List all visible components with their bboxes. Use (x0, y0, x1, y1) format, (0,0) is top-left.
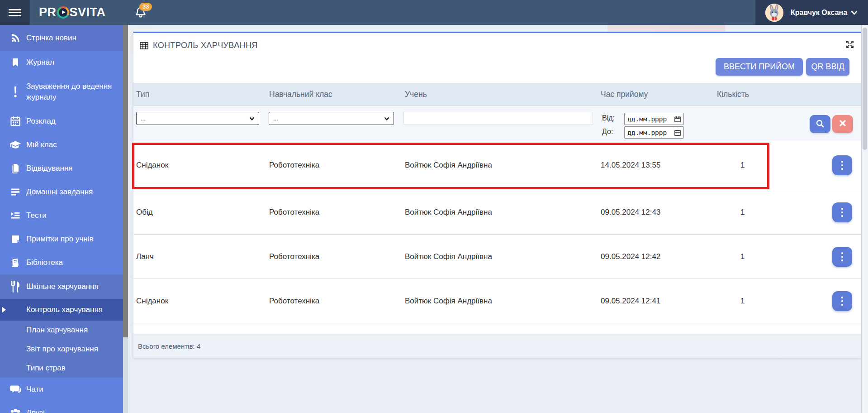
sidebar-item-tests[interactable]: Тести (0, 204, 123, 227)
column-header-type: Тип (136, 90, 269, 99)
vertical-dots-icon (841, 252, 843, 254)
row-quantity-cell: 1 (717, 297, 828, 306)
clear-filter-button[interactable] (832, 115, 853, 133)
sidebar-item-label: Відвідування (26, 163, 77, 174)
row-quantity-cell: 1 (717, 161, 828, 170)
sidebar-item-label: Тести (26, 210, 51, 221)
vertical-dots-icon (841, 208, 843, 210)
sidebar-nav: Стрічка новинЖурналЗауваження до ведення… (0, 25, 123, 413)
vertical-dots-icon (841, 215, 843, 217)
sidebar-item-friends[interactable]: Друзі (0, 401, 123, 413)
user-menu[interactable]: Кравчук Оксана (755, 0, 868, 25)
chevron-down-icon (851, 10, 858, 15)
sidebar-item-journal-remarks[interactable]: Зауваження до ведення журналу (0, 74, 123, 110)
app-logo: PRSVITA (39, 5, 106, 19)
sidebar-item-label: Шкільне харчування (26, 281, 103, 292)
sidebar-scrollbar-thumb[interactable] (123, 25, 128, 337)
vertical-dots-icon (841, 297, 843, 298)
vertical-dots-icon (841, 168, 843, 170)
date-to-input[interactable]: дд.мм.рррр (624, 126, 684, 139)
row-actions-cell (828, 155, 861, 175)
sidebar-item-chats[interactable]: Чати (0, 378, 123, 401)
sidebar-item-dish-types[interactable]: Типи страв (0, 359, 123, 378)
vertical-dots-icon (841, 161, 843, 163)
hamburger-icon (9, 7, 21, 18)
row-time-cell: 09.05.2024 12:43 (601, 208, 717, 217)
sidebar-item-label: Друзі (26, 408, 49, 413)
qr-input-button[interactable]: QR ВВІД (806, 58, 849, 76)
search-button[interactable] (810, 115, 830, 133)
row-actions-button[interactable] (832, 155, 852, 175)
sidebar-item-label: Стрічка новин (26, 33, 81, 43)
notification-count-badge: 33 (139, 3, 152, 11)
row-actions-cell (828, 202, 861, 222)
table-row: ЛанчРобототехнікаВойтюк Софія Андріївна0… (133, 234, 861, 279)
class-filter-value: ... (273, 115, 278, 122)
date-from-input[interactable]: дд.мм.рррр (624, 113, 684, 125)
calendar-icon[interactable] (674, 116, 681, 122)
table-row: ОбідРобототехнікаВойтюк Софія Андріївна0… (133, 190, 861, 234)
row-student-cell: Войтюк Софія Андріївна (405, 297, 601, 306)
sidebar-item-school-meals[interactable]: Шкільне харчування (0, 274, 123, 299)
sidebar-item-journal[interactable]: Журнал (0, 51, 123, 74)
logo-text-left: PR (39, 5, 57, 19)
sidebar-item-schedule[interactable]: Розклад (0, 110, 123, 133)
notifications-button[interactable]: 33 (134, 5, 152, 22)
row-class-cell: Робототехніка (269, 161, 405, 170)
type-filter-select[interactable]: ... (136, 112, 259, 125)
sidebar-item-student-notes[interactable]: Примітки про учнів (0, 227, 123, 251)
row-actions-button[interactable] (832, 247, 852, 267)
sidebar-item-meal-control[interactable]: Контроль харчування (0, 299, 123, 321)
calendar-icon[interactable] (674, 130, 681, 136)
sidebar-item-meal-plan[interactable]: План харчування (0, 321, 123, 340)
row-type-cell: Сніданок (136, 161, 269, 170)
row-class-cell: Робототехніка (269, 252, 405, 261)
homework-icon (9, 186, 22, 198)
page-scrollbar[interactable] (861, 25, 868, 413)
sidebar-item-label: Зауваження до ведення журналу (26, 81, 123, 103)
table-row: СніданокРобототехнікаВойтюк Софія Андрії… (133, 141, 861, 190)
row-actions-cell (828, 247, 861, 267)
bookmark-icon (9, 56, 22, 69)
sidebar-scrollbar[interactable] (123, 25, 128, 413)
vertical-dots-icon (841, 304, 843, 306)
vertical-dots-icon (841, 256, 843, 258)
meal-control-panel: КОНТРОЛЬ ХАРЧУВАННЯ ВВЕСТИ ПРИЙОМ QR ВВІ… (133, 32, 861, 358)
date-placeholder: дд.мм.рррр (627, 115, 667, 123)
sidebar-item-meal-report[interactable]: Звіт про харчування (0, 340, 123, 359)
row-actions-button[interactable] (832, 202, 852, 222)
food-icon (9, 280, 22, 293)
column-header-student: Учень (405, 90, 601, 99)
row-actions-button[interactable] (832, 291, 852, 311)
date-placeholder: дд.мм.рррр (627, 129, 667, 136)
sidebar-item-label: Журнал (26, 57, 59, 68)
sidebar-item-my-class[interactable]: Мій клас (0, 133, 123, 157)
panel-title: КОНТРОЛЬ ХАРЧУВАННЯ (153, 41, 258, 50)
user-name: Кравчук Оксана (791, 9, 847, 17)
vertical-dots-icon (841, 259, 843, 261)
row-student-cell: Войтюк Софія Андріївна (405, 161, 601, 170)
calendar-icon (9, 115, 22, 128)
sidebar-item-news[interactable]: Стрічка новин (0, 25, 123, 51)
sidebar-item-label: Домашні завдання (26, 187, 97, 197)
sidebar-item-library[interactable]: Бібліотека (0, 251, 123, 274)
page-scrollbar-thumb[interactable] (863, 28, 867, 150)
sidebar-item-homework[interactable]: Домашні завдання (0, 180, 123, 204)
enter-meal-button[interactable]: ВВЕСТИ ПРИЙОМ (716, 58, 803, 76)
friends-icon (9, 407, 22, 413)
select-chevron-icon (384, 117, 389, 120)
row-actions-cell (828, 291, 861, 311)
sidebar-item-label: Звіт про харчування (26, 344, 103, 355)
attendance-icon (9, 162, 22, 175)
student-filter-input[interactable] (403, 112, 593, 125)
hamburger-menu-button[interactable] (0, 0, 30, 25)
row-type-cell: Сніданок (136, 297, 269, 306)
main-content-area: КОНТРОЛЬ ХАРЧУВАННЯ ВВЕСТИ ПРИЙОМ QR ВВІ… (128, 25, 868, 413)
expand-icon[interactable] (845, 39, 855, 49)
row-class-cell: Робототехніка (269, 208, 405, 217)
class-filter-select[interactable]: ... (269, 112, 394, 125)
sidebar-item-label: Контроль харчування (26, 304, 107, 315)
sidebar-item-attendance[interactable]: Відвідування (0, 157, 123, 180)
bell-icon (134, 14, 147, 21)
chats-icon (9, 383, 22, 396)
